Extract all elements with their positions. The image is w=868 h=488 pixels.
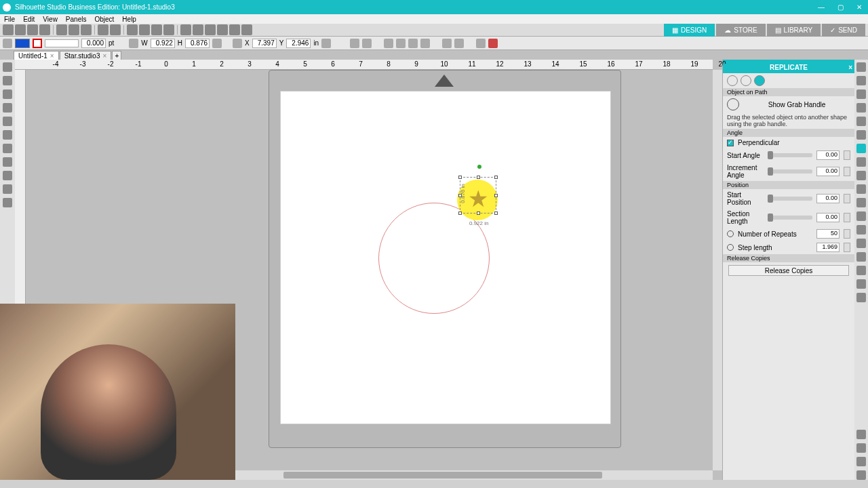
text-panel-icon[interactable]	[856, 117, 866, 126]
rhinestone-icon[interactable]	[856, 266, 866, 275]
inc-angle-input[interactable]: 0.00	[816, 167, 840, 176]
tab-design[interactable]: ▦ DESIGN	[664, 24, 715, 37]
eraser-tool-icon[interactable]	[3, 184, 12, 194]
mode-mirror-icon[interactable]	[727, 75, 738, 86]
zoomarea-icon[interactable]	[205, 24, 216, 35]
align1-icon[interactable]	[350, 39, 359, 48]
stipple-icon[interactable]	[856, 279, 866, 289]
line-swatch[interactable]	[33, 39, 42, 48]
tab-untitled[interactable]: Untitled-1×	[14, 51, 59, 60]
copy-icon[interactable]	[68, 24, 79, 35]
spin[interactable]	[844, 167, 850, 176]
y-input[interactable]: 2.946	[286, 39, 311, 48]
zoomout-icon[interactable]	[193, 24, 203, 35]
emboss-icon[interactable]	[856, 252, 866, 262]
num-repeats-radio[interactable]	[727, 230, 734, 237]
inc-angle-slider[interactable]	[768, 169, 812, 174]
tab-add[interactable]: +	[112, 51, 121, 60]
sec-len-slider[interactable]	[768, 216, 812, 220]
maximize-button[interactable]: ▢	[834, 3, 846, 12]
rect-tool-icon[interactable]	[3, 103, 12, 113]
fill-panel-icon[interactable]	[856, 76, 866, 85]
line-style[interactable]	[45, 39, 79, 47]
zoomin-icon[interactable]	[180, 24, 191, 35]
cut-icon[interactable]	[56, 24, 67, 35]
text-tool-icon[interactable]	[3, 157, 12, 167]
star-icon[interactable]	[454, 39, 464, 48]
select-tool-icon[interactable]	[3, 62, 12, 72]
trace-icon[interactable]	[856, 103, 866, 113]
polygon-tool-icon[interactable]	[3, 130, 12, 140]
select-icon[interactable]	[127, 24, 138, 35]
sec-len-input[interactable]: 0.00	[816, 213, 840, 222]
x-input[interactable]: 7.397	[252, 39, 277, 48]
page-setup-icon[interactable]	[856, 62, 866, 72]
deselect-icon[interactable]	[151, 24, 162, 35]
menu-edit[interactable]: Edit	[23, 16, 35, 23]
pixscan-icon[interactable]	[856, 198, 866, 207]
fitdrawing-icon[interactable]	[241, 24, 252, 35]
mode-rotate-icon[interactable]	[741, 75, 751, 86]
spin[interactable]	[844, 229, 850, 239]
lock-icon[interactable]	[212, 39, 222, 48]
menu-file[interactable]: File	[4, 16, 15, 23]
start-angle-input[interactable]: 0.00	[816, 150, 840, 160]
grab-handle-icon[interactable]	[727, 98, 739, 110]
tab-store[interactable]: ☁ STORE	[716, 24, 765, 37]
fitpage-icon[interactable]	[229, 24, 240, 35]
line-tool-icon[interactable]	[129, 39, 138, 48]
modify-icon[interactable]	[856, 157, 866, 167]
release-copies-button[interactable]: Release Copies	[728, 265, 849, 276]
spin[interactable]	[844, 243, 850, 252]
cube-icon[interactable]	[476, 39, 486, 48]
num-repeats-input[interactable]: 50	[816, 229, 840, 239]
panel-close-icon[interactable]: ×	[848, 64, 852, 71]
grid-icon[interactable]	[321, 39, 331, 48]
group-icon[interactable]	[163, 24, 174, 35]
edit-points-icon[interactable]	[3, 76, 12, 85]
menu-object[interactable]: Object	[94, 16, 114, 23]
new-icon[interactable]	[3, 24, 14, 35]
mode-path-icon[interactable]	[754, 75, 765, 86]
ellipse-tool-icon[interactable]	[3, 117, 12, 126]
step-len-radio[interactable]	[727, 244, 734, 251]
spin[interactable]	[844, 194, 850, 203]
settings-icon[interactable]	[856, 457, 866, 466]
menu-view[interactable]: View	[43, 16, 58, 23]
undo-icon[interactable]	[98, 24, 108, 35]
show-grab-label[interactable]: Show Grab Handle	[743, 101, 850, 108]
print-icon[interactable]	[39, 24, 50, 35]
warp-icon[interactable]	[856, 225, 866, 235]
line-panel-icon[interactable]	[856, 89, 866, 99]
eyedrop-tool-icon[interactable]	[3, 198, 12, 207]
redo-icon[interactable]	[110, 24, 121, 35]
h-input[interactable]: 0.876	[185, 39, 210, 48]
offset-icon[interactable]	[856, 171, 866, 180]
barcode-icon[interactable]	[856, 293, 866, 302]
arrange4-icon[interactable]	[420, 39, 430, 48]
menu-panels[interactable]: Panels	[66, 16, 87, 23]
scroll-thumb[interactable]	[283, 472, 602, 479]
tab-close-icon[interactable]: ×	[50, 52, 54, 60]
arrange1-icon[interactable]	[384, 39, 393, 48]
transform-icon[interactable]	[856, 130, 866, 140]
start-pos-input[interactable]: 0.00	[816, 194, 840, 203]
line-tool-icon[interactable]	[3, 89, 12, 99]
tab-send[interactable]: ✓ SEND	[822, 24, 865, 37]
menu-help[interactable]: Help	[122, 16, 136, 23]
paste-icon[interactable]	[81, 24, 92, 35]
minimize-button[interactable]: —	[815, 3, 827, 12]
spin[interactable]	[844, 150, 850, 160]
tab-star[interactable]: Star.studio3×	[60, 51, 112, 60]
delete-icon[interactable]	[488, 39, 498, 48]
align2-icon[interactable]	[362, 39, 372, 48]
rotate-handle[interactable]	[477, 165, 481, 169]
theme-icon[interactable]	[856, 470, 866, 480]
w-input[interactable]: 0.922	[151, 39, 175, 48]
weld-icon[interactable]	[442, 39, 452, 48]
pan-icon[interactable]	[217, 24, 228, 35]
fill-dropdown-icon[interactable]	[3, 39, 12, 48]
start-pos-slider[interactable]	[768, 197, 812, 201]
freehand-tool-icon[interactable]	[3, 144, 12, 153]
fill-swatch[interactable]	[15, 39, 30, 48]
